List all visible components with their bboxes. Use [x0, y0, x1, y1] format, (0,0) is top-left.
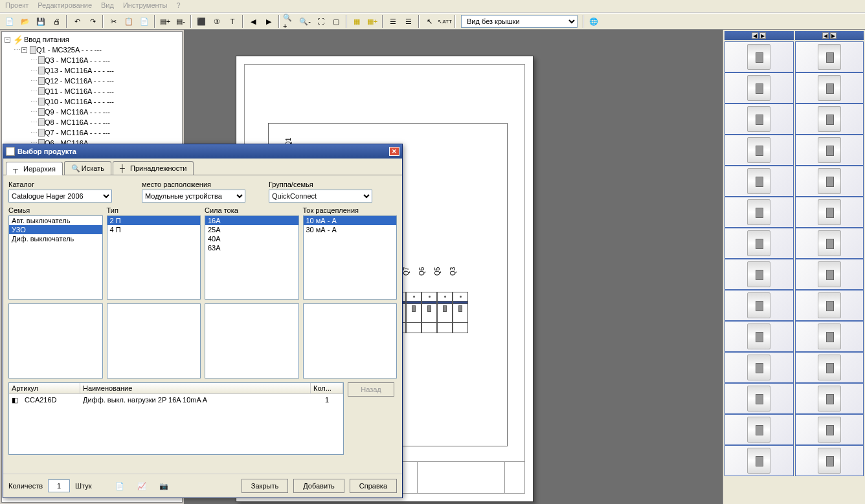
- table-row[interactable]: ◧ CCA216D Дифф. выкл. нагрузки 2P 16A 10…: [9, 394, 343, 406]
- menu-view[interactable]: Вид: [101, 1, 114, 11]
- family-listbox[interactable]: Авт. выключательУЗОДиф. выключатель: [8, 215, 103, 300]
- breaker-q6[interactable]: [421, 292, 437, 333]
- tab-search[interactable]: 🔍 Искать: [64, 161, 111, 175]
- list-item[interactable]: Авт. выключатель: [9, 216, 102, 225]
- location-select[interactable]: Модульные устройства: [142, 190, 245, 203]
- marker2-icon[interactable]: ③: [210, 14, 224, 28]
- palette-item[interactable]: [795, 352, 864, 383]
- tree-item[interactable]: Q13 - MС116A - - - ---: [45, 67, 114, 74]
- tree-item[interactable]: Q3 - MС116A - - - ---: [45, 56, 110, 64]
- current-listbox[interactable]: 16A25A40A63A: [205, 215, 299, 300]
- menu-tools[interactable]: Инструменты: [123, 1, 168, 11]
- list-item[interactable]: 10 мА - A: [304, 216, 397, 225]
- tree-root-label[interactable]: Ввод питания: [24, 36, 69, 43]
- col-name[interactable]: Наименование: [80, 383, 311, 393]
- palette-item[interactable]: [725, 166, 794, 197]
- help-button[interactable]: Справка: [350, 479, 397, 493]
- col-article[interactable]: Артикул: [9, 383, 80, 393]
- globe-icon[interactable]: 🌐: [587, 14, 601, 28]
- col-qty[interactable]: Кол...: [311, 383, 343, 393]
- pointer-att-icon[interactable]: ↖ATT: [438, 14, 452, 28]
- tree-item-q1[interactable]: Q1 - MС325A - - - ---: [36, 46, 102, 54]
- palette-item[interactable]: [725, 135, 794, 166]
- camera-icon[interactable]: 📷: [155, 478, 172, 494]
- list2-icon[interactable]: ☰: [401, 14, 416, 28]
- tree-item[interactable]: Q12 - MС116A - - - ---: [45, 77, 114, 85]
- group-select[interactable]: QuickConnect: [269, 190, 372, 203]
- palette-item[interactable]: [795, 197, 864, 228]
- palette-item[interactable]: [725, 445, 794, 476]
- list-item[interactable]: 40A: [205, 234, 298, 243]
- open-icon[interactable]: 📂: [18, 14, 32, 28]
- add-row-icon[interactable]: ▤+: [158, 14, 172, 28]
- tree-item[interactable]: Q11 - MС116A - - - ---: [45, 87, 114, 95]
- breaker-q7[interactable]: [406, 292, 421, 333]
- palette-item[interactable]: [795, 166, 864, 197]
- breaker-q5[interactable]: [437, 292, 453, 333]
- close-icon[interactable]: ✕: [389, 147, 399, 156]
- list-item[interactable]: 63A: [205, 243, 298, 252]
- save-icon[interactable]: 💾: [34, 14, 48, 28]
- palette-item[interactable]: [795, 414, 864, 445]
- tab-accessories[interactable]: ┼ Принадлежности: [113, 161, 194, 175]
- text-icon[interactable]: T: [225, 14, 240, 28]
- scroll-right-icon[interactable]: ▶: [759, 32, 766, 39]
- palette-item[interactable]: [795, 445, 864, 476]
- palette-item[interactable]: [795, 72, 864, 104]
- list-item[interactable]: Диф. выключатель: [9, 234, 102, 243]
- palette-item[interactable]: [725, 383, 794, 414]
- palette-item[interactable]: [795, 41, 864, 72]
- view-mode-select[interactable]: Вид без крышки: [461, 15, 578, 28]
- type-listbox[interactable]: 2 П4 П: [107, 215, 201, 300]
- tree-item[interactable]: Q8 - MС116A - - - ---: [45, 118, 110, 126]
- panel1-icon[interactable]: ▦: [350, 14, 364, 28]
- undo-icon[interactable]: ↶: [70, 14, 84, 28]
- catalog-select[interactable]: Catalogue Hager 2006: [8, 190, 112, 203]
- scroll-right-icon[interactable]: ▶: [830, 32, 837, 39]
- palette-item[interactable]: [795, 383, 864, 414]
- scroll-left-icon[interactable]: ◀: [752, 32, 758, 39]
- palette-item[interactable]: [725, 41, 794, 72]
- zoom-fit-icon[interactable]: ⛶: [313, 14, 328, 28]
- results-table[interactable]: Артикул Наименование Кол... ◧ CCA216D Ди…: [8, 382, 344, 455]
- pointer-icon[interactable]: ↖: [422, 14, 436, 28]
- breaker-q3[interactable]: [453, 292, 468, 333]
- list-item[interactable]: 16A: [205, 216, 298, 225]
- page-next-icon[interactable]: ▶: [262, 14, 276, 28]
- tree-item[interactable]: Q7 - MС116A - - - ---: [45, 129, 110, 137]
- palette-item[interactable]: [725, 197, 794, 228]
- scroll-left-icon[interactable]: ◀: [822, 32, 829, 39]
- tree-item[interactable]: Q10 - MС116A - - - ---: [45, 98, 114, 105]
- list-item[interactable]: 25A: [205, 225, 298, 234]
- palette-item[interactable]: [795, 259, 864, 290]
- zoom-in-icon[interactable]: 🔍+: [282, 14, 297, 28]
- list-item[interactable]: 30 мА - A: [304, 225, 397, 234]
- redo-icon[interactable]: ↷: [85, 14, 100, 28]
- palette-item[interactable]: [795, 135, 864, 166]
- close-button[interactable]: Закрыть: [242, 479, 288, 493]
- palette-item[interactable]: [725, 104, 794, 135]
- tree-toggle-root[interactable]: −: [5, 37, 10, 43]
- palette-item[interactable]: [725, 228, 794, 259]
- del-row-icon[interactable]: ▤-: [174, 14, 188, 28]
- dialog-titlebar[interactable]: Выбор продукта ✕: [3, 144, 402, 159]
- palette-item[interactable]: [725, 352, 794, 383]
- copy-icon[interactable]: 📋: [122, 14, 136, 28]
- menu-project[interactable]: Проект: [5, 1, 28, 11]
- palette-item[interactable]: [795, 104, 864, 135]
- palette-item[interactable]: [725, 290, 794, 321]
- tree-item[interactable]: Q9 - MС116A - - - ---: [45, 108, 110, 116]
- list-item[interactable]: УЗО: [9, 225, 102, 234]
- tree-toggle-q1[interactable]: −: [21, 47, 27, 53]
- tab-hierarchy[interactable]: ┬ Иерархия: [6, 162, 63, 175]
- chart-icon[interactable]: 📈: [133, 478, 150, 494]
- panel2-icon[interactable]: ▦+: [365, 14, 379, 28]
- palette-item[interactable]: [795, 290, 864, 321]
- palette-item[interactable]: [795, 321, 864, 352]
- list-item[interactable]: 2 П: [107, 216, 201, 225]
- marker1-icon[interactable]: ⬛: [194, 14, 208, 28]
- qty-input[interactable]: [48, 479, 70, 492]
- menu-help[interactable]: ?: [177, 1, 181, 11]
- new-icon[interactable]: 📄: [3, 14, 17, 28]
- print-icon[interactable]: 🖨: [49, 14, 63, 28]
